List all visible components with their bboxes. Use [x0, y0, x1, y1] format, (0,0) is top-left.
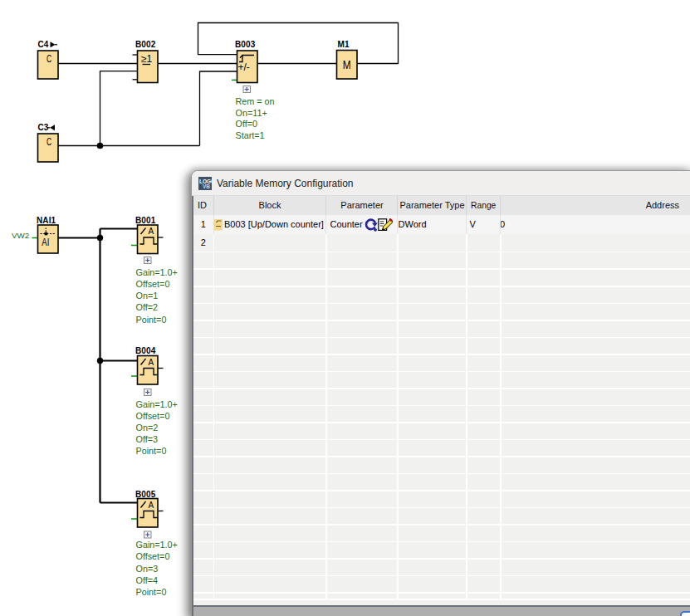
svg-text:C4: C4: [38, 40, 49, 49]
svg-text:+/-: +/-: [238, 61, 250, 73]
svg-text:Offset=0: Offset=0: [136, 551, 170, 561]
svg-text:A: A: [149, 227, 154, 236]
svg-text:Off=2: Off=2: [136, 302, 159, 312]
svg-text:NAI1: NAI1: [37, 216, 56, 225]
svg-text:Start=1: Start=1: [236, 130, 265, 140]
svg-text:M1: M1: [338, 40, 350, 49]
svg-text:C: C: [46, 52, 51, 64]
svg-text:VW2: VW2: [12, 231, 29, 240]
svg-text:B002: B002: [135, 40, 156, 49]
svg-text:Off=4: Off=4: [136, 575, 159, 585]
svg-text:M: M: [343, 58, 351, 71]
svg-text:Gain=1.0+: Gain=1.0+: [136, 267, 178, 277]
svg-text:C3: C3: [38, 123, 49, 132]
svg-text:≥1: ≥1: [141, 53, 153, 65]
svg-text:Offset=0: Offset=0: [136, 411, 170, 421]
svg-text:Offset=0: Offset=0: [136, 279, 170, 289]
svg-text:Point=0: Point=0: [136, 446, 167, 456]
svg-text:B001: B001: [135, 216, 156, 225]
svg-text:On=3: On=3: [136, 564, 159, 574]
svg-text:C: C: [46, 135, 51, 147]
svg-text:B005: B005: [135, 490, 156, 499]
svg-text:On=2: On=2: [136, 423, 159, 433]
svg-text:Rem = on: Rem = on: [236, 96, 275, 106]
svg-text:VB: VB: [203, 183, 210, 189]
svg-text:Off=3: Off=3: [136, 434, 159, 444]
svg-text:A: A: [149, 501, 154, 510]
svg-text:Point=0: Point=0: [136, 587, 167, 597]
svg-text:B003: B003: [235, 40, 256, 49]
svg-text:AI: AI: [42, 236, 49, 247]
svg-text:On=11+: On=11+: [236, 108, 267, 118]
svg-text:On=1: On=1: [136, 291, 159, 301]
svg-text:Off=0: Off=0: [236, 119, 258, 129]
svg-text:A: A: [149, 358, 154, 367]
svg-text:B004: B004: [135, 346, 156, 355]
svg-text:Gain=1.0+: Gain=1.0+: [136, 399, 178, 409]
svg-text:Point=0: Point=0: [136, 315, 167, 325]
svg-text:Gain=1.0+: Gain=1.0+: [136, 540, 178, 550]
